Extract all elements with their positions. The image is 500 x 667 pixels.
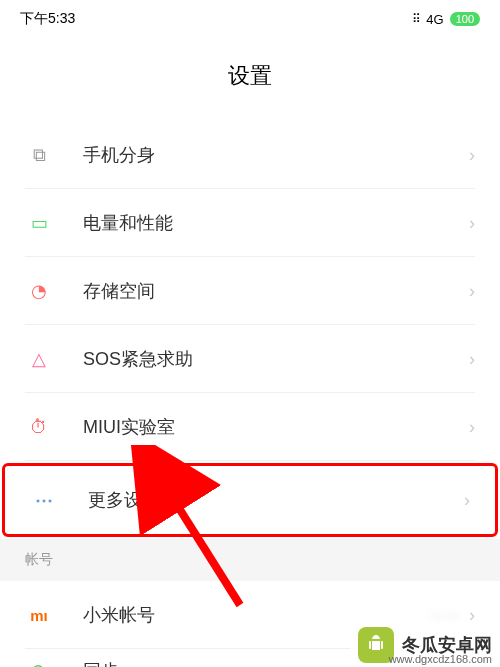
battery-icon: 100 (450, 12, 480, 26)
settings-item-phone-clone[interactable]: ⧉ 手机分身 › (0, 121, 500, 189)
status-bar: 下午5:33 ⠿ 4G 100 (0, 0, 500, 36)
account-value: ··· ··· (432, 607, 459, 623)
storage-icon: ◔ (25, 279, 53, 303)
more-icon: ⋯ (30, 488, 58, 512)
chevron-right-icon: › (464, 490, 470, 511)
item-label: SOS紧急求助 (83, 347, 469, 371)
sos-icon: △ (25, 347, 53, 371)
chevron-right-icon: › (469, 349, 475, 370)
item-label: MIUI实验室 (83, 415, 469, 439)
sync-icon: ⟳ (25, 659, 53, 667)
battery-perf-icon: ▭ (25, 211, 53, 235)
signal-icon: ⠿ (412, 12, 420, 26)
mi-logo-icon: mı (25, 603, 53, 627)
chevron-right-icon: › (469, 417, 475, 438)
settings-item-more[interactable]: ⋯ 更多设置 › (5, 466, 495, 534)
item-label: 手机分身 (83, 143, 469, 167)
item-label: 存储空间 (83, 279, 469, 303)
page-title: 设置 (0, 36, 500, 121)
chevron-right-icon: › (469, 281, 475, 302)
settings-item-sos[interactable]: △ SOS紧急求助 › (0, 325, 500, 393)
section-header-account: 帐号 (0, 539, 500, 581)
clone-icon: ⧉ (25, 143, 53, 167)
settings-item-miui-lab[interactable]: ⏱ MIUI实验室 › (0, 393, 500, 461)
chevron-right-icon: › (469, 213, 475, 234)
highlight-annotation: ⋯ 更多设置 › (2, 463, 498, 537)
watermark-url: www.dgxcdz168.com (389, 653, 492, 665)
item-label: 更多设置 (88, 488, 464, 512)
status-time: 下午5:33 (20, 10, 75, 28)
chevron-right-icon: › (469, 145, 475, 166)
item-label: 电量和性能 (83, 211, 469, 235)
settings-item-battery[interactable]: ▭ 电量和性能 › (0, 189, 500, 257)
status-right: ⠿ 4G 100 (412, 12, 480, 27)
settings-list: ⧉ 手机分身 › ▭ 电量和性能 › ◔ 存储空间 › △ SOS紧急求助 › … (0, 121, 500, 667)
network-label: 4G (426, 12, 443, 27)
settings-item-storage[interactable]: ◔ 存储空间 › (0, 257, 500, 325)
lab-icon: ⏱ (25, 415, 53, 439)
